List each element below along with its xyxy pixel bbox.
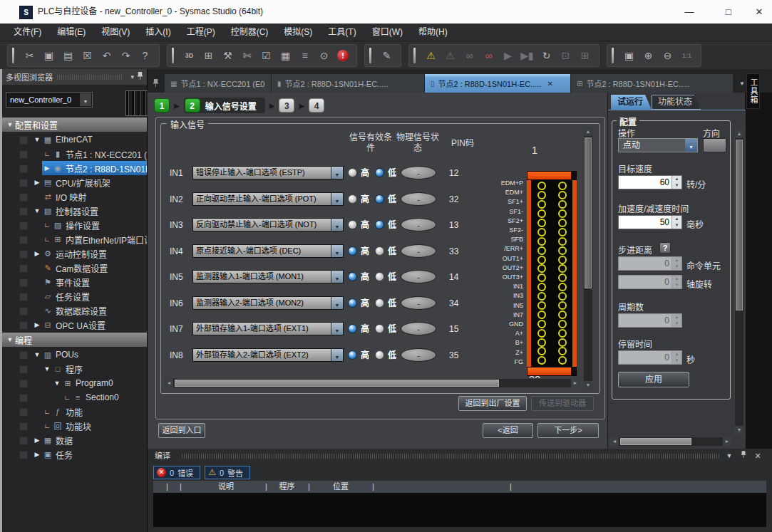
pin-icon[interactable]	[137, 71, 143, 83]
radio-low[interactable]	[375, 194, 384, 204]
rebuild-icon[interactable]: ✄	[237, 46, 257, 66]
project-window-icon[interactable]: ⊞	[199, 46, 218, 66]
tree-item-body[interactable]: ∟≡Section0	[62, 390, 147, 405]
signal-function-select[interactable]: 外部锁存输入1-端口选项 (EXT1)	[192, 322, 344, 335]
expand-closed-icon[interactable]: ▶	[32, 437, 42, 444]
warning-disabled-icon[interactable]: ⚠	[441, 46, 460, 66]
check-program-icon[interactable]: ☑	[257, 46, 276, 66]
tree-item-body[interactable]: ▼⊞Program0	[52, 376, 147, 390]
signal-function-select[interactable]: 反向驱动禁止输入-端口选项 (NOT)	[192, 218, 344, 231]
window-multi-icon[interactable]: ⊞	[575, 46, 595, 66]
zoom-100-icon[interactable]: 1:1	[677, 46, 696, 66]
radio-low[interactable]	[375, 246, 384, 256]
radio-high[interactable]	[348, 246, 357, 256]
window-single-icon[interactable]: ⊡	[556, 46, 575, 66]
tree-item-body[interactable]: ▼▦EtherCAT	[32, 132, 147, 147]
tree-item-body[interactable]: ⇄I/O 映射	[32, 189, 147, 204]
edit-pencil-icon[interactable]: ✎	[377, 46, 396, 66]
build-column-location[interactable]: 位置	[319, 481, 363, 493]
signal-function-select[interactable]: 原点接近输入-端口选项 (DEC)	[192, 244, 344, 258]
menu-item-4[interactable]: 工程(P)	[179, 24, 223, 41]
tree-item-body[interactable]: ▱任务设置	[32, 289, 147, 303]
build-icon[interactable]: ⚒	[218, 46, 237, 66]
radio-high[interactable]	[348, 350, 357, 360]
tab-test-run[interactable]: 试运行	[611, 95, 652, 110]
delete-icon[interactable]: ☒	[78, 46, 97, 66]
chevron-down-icon[interactable]	[685, 139, 697, 152]
error-count-badge[interactable]: ✕ 0 错误	[153, 466, 200, 479]
radio-low[interactable]	[375, 350, 384, 360]
tree-item-20[interactable]: ∟ƒ功能	[2, 405, 147, 419]
tab-function-status[interactable]: 功能状态	[652, 95, 701, 110]
wizard-step-4[interactable]: 4	[309, 98, 324, 113]
menu-item-8[interactable]: 窗口(W)	[364, 24, 411, 41]
scroll-right-icon[interactable]: ►	[723, 437, 731, 446]
close-icon[interactable]: ✕	[752, 450, 763, 461]
panel-menu-icon[interactable]: ▼	[724, 450, 735, 461]
signal-function-select[interactable]: 外部锁存输入2-端口选项 (EXT2)	[192, 348, 344, 362]
tree-item-19[interactable]: ∟≡Section0	[2, 390, 147, 405]
tree-item-18[interactable]: ▼⊞Program0	[2, 376, 147, 390]
radio-low[interactable]	[375, 272, 384, 281]
chevron-down-icon[interactable]	[80, 93, 91, 106]
expand-open-icon[interactable]: ▼	[5, 121, 15, 128]
zoom-in-icon[interactable]: ⊕	[639, 46, 658, 66]
tree-item-23[interactable]: ▶▣任务	[2, 447, 147, 461]
spinner-control[interactable]: ▲▼	[671, 176, 681, 189]
radio-high[interactable]	[348, 298, 357, 308]
tree-item-body[interactable]: ▼□程序	[42, 362, 147, 376]
tree-item-4[interactable]: ▶▤CPU/扩展机架	[2, 175, 147, 189]
expand-closed-icon[interactable]: ▶	[32, 451, 42, 458]
vertical-scrollbar[interactable]: ▲ ▼	[734, 129, 744, 435]
column-separator[interactable]: |	[308, 481, 310, 493]
expand-open-icon[interactable]: ▼	[32, 351, 42, 358]
check-table-icon[interactable]: ▦	[276, 46, 295, 66]
tree-item-22[interactable]: ▶▦数据	[2, 433, 147, 447]
signal-function-select[interactable]: 错误停止输入-端口选项 (ESTP)	[192, 166, 344, 179]
tree-item-body[interactable]: ∟⊞内置EtherNet/IP端口设置	[42, 232, 147, 246]
column-separator[interactable]: |	[180, 481, 182, 493]
step-distance-command-input[interactable]: 0 ▲▼	[618, 256, 682, 271]
radio-low[interactable]	[375, 298, 384, 308]
3d-view-icon[interactable]: 3D	[180, 46, 199, 66]
column-separator[interactable]: |	[265, 481, 267, 493]
expand-closed-icon[interactable]: ▶	[32, 321, 42, 328]
tree-item-body[interactable]: ∟ƒ功能	[42, 405, 147, 419]
warning-count-badge[interactable]: ⚠ 0 警告	[205, 466, 250, 479]
expand-closed-icon[interactable]: ▶	[32, 250, 42, 257]
radio-low[interactable]	[375, 220, 384, 229]
radio-low[interactable]	[375, 168, 384, 177]
menu-item-9[interactable]: 帮助(H)	[411, 24, 456, 41]
signal-function-select[interactable]: 监测器输入2-端口选项 (MON2)	[192, 296, 344, 310]
scrollbar-thumb[interactable]	[175, 380, 499, 387]
radio-high[interactable]	[348, 220, 357, 229]
check-all-icon[interactable]: ≡	[295, 46, 314, 66]
minimize-button[interactable]: —	[677, 0, 701, 24]
menu-item-5[interactable]: 控制器(C)	[223, 24, 277, 41]
build-column-program[interactable]: 程序	[271, 481, 303, 493]
signal-function-select[interactable]: 正向驱动禁止输入-端口选项 (POT)	[192, 192, 344, 206]
scrollbar-thumb[interactable]	[620, 438, 691, 445]
tree-item-body[interactable]: ▶▤CPU/扩展机架	[32, 175, 147, 189]
tab-list-dropdown-icon[interactable]: ▼	[739, 80, 745, 87]
pin-icon[interactable]	[738, 450, 749, 461]
accel-input[interactable]: 50 ▲▼	[618, 215, 682, 229]
radio-low[interactable]	[375, 324, 384, 333]
zoom-fit-icon[interactable]: ▣	[619, 46, 639, 66]
tree-item-body[interactable]: ∟回功能块	[42, 419, 147, 433]
column-separator[interactable]: |	[166, 481, 168, 493]
scroll-up-icon[interactable]: ▲	[584, 127, 592, 136]
tree-item-12[interactable]: ▱任务设置	[2, 289, 147, 303]
controller-select[interactable]: new_Controller_0	[6, 92, 93, 108]
scroll-down-icon[interactable]: ▼	[584, 381, 592, 390]
menu-item-7[interactable]: 工具(T)	[320, 24, 364, 41]
factory-reset-button[interactable]: 返回到出厂设置	[458, 396, 527, 411]
dropdown-arrow-icon[interactable]	[331, 349, 343, 361]
operation-select[interactable]: 点动	[618, 138, 698, 152]
dropdown-arrow-icon[interactable]	[331, 245, 343, 257]
dropdown-arrow-icon[interactable]	[331, 167, 343, 179]
refresh-icon[interactable]: ↻	[537, 46, 556, 66]
scroll-left-icon[interactable]: ◄	[165, 379, 173, 387]
editor-tab-3[interactable]: ⊞节点2 : R88D-1SN01H-EC.....	[571, 74, 734, 93]
tree-item-10[interactable]: ✎Cam数据设置	[2, 261, 147, 275]
